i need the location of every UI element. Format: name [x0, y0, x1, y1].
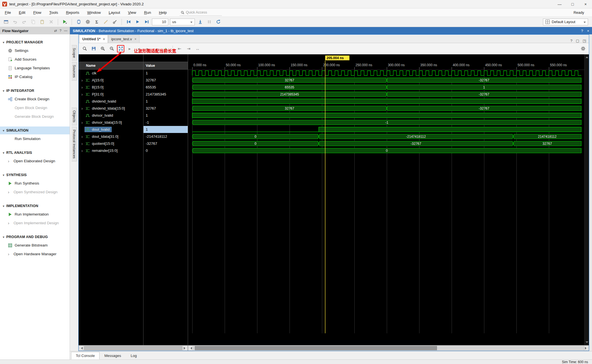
flownav-item-create-block-design[interactable]: Create Block Design [0, 95, 70, 103]
expand-chevron-icon[interactable]: › [80, 85, 84, 89]
flownav-item-language-templates[interactable]: Language Templates [0, 64, 70, 72]
flownav-item-open-implemented-design[interactable]: ›Open Implemented Design [0, 219, 70, 227]
side-tab-scope[interactable]: Scope [72, 45, 77, 61]
flownav-item-run-simulation[interactable]: Run Simulation [0, 134, 70, 143]
flownav-item-open-elaborated-design[interactable]: ›Open Elaborated Design [0, 157, 70, 165]
collapse-caret-icon[interactable]: ▾ [3, 41, 4, 44]
close-icon[interactable]: × [587, 29, 589, 33]
signal-value-dout-tdata-31-0[interactable]: -2147418112 [143, 133, 188, 140]
relaunch-icon[interactable] [215, 18, 222, 26]
close-button[interactable]: × [579, 0, 592, 8]
expand-chevron-icon[interactable]: › [80, 106, 84, 110]
flownav-item-generate-bitstream[interactable]: Generate Bitstream [0, 241, 70, 250]
flownav-item-open-synthesized-design[interactable]: ›Open Synthesized Design [0, 188, 70, 196]
side-tab-sources[interactable]: Sources [72, 62, 77, 81]
signal-row-dividend-tdata-15-0[interactable]: ›dividend_tdata[15:0] [79, 105, 143, 112]
flownav-section-ip-integrator[interactable]: ▾IP INTEGRATOR [0, 87, 70, 95]
scroll-left-icon[interactable] [79, 345, 84, 351]
signal-value-dout-tvalid[interactable]: 1 [143, 126, 188, 133]
flownav-item-run-synthesis[interactable]: Run Synthesis [0, 179, 70, 188]
swap-cursor-icon[interactable]: ▴ [153, 45, 160, 52]
menu-item-edit[interactable]: Edit [16, 9, 28, 16]
float-window-icon[interactable]: ▢ [576, 39, 579, 43]
flownav-item-generate-block-design[interactable]: Generate Block Design [0, 112, 70, 121]
flownav-section-simulation[interactable]: ▾SIMULATION [0, 126, 70, 134]
flownav-section-project-manager[interactable]: ▾PROJECT MANAGER [0, 38, 70, 46]
run-time-input[interactable]: 10 [152, 19, 168, 25]
zoom-to-cursor-icon[interactable]: ▸ [126, 45, 133, 52]
run-for-icon[interactable] [143, 18, 150, 26]
wave-settings-gear-icon[interactable] [579, 45, 587, 52]
name-column-header[interactable]: Name [79, 62, 143, 70]
flownav-item-open-hardware-manager[interactable]: ›Open Hardware Manager [0, 250, 70, 258]
signal-value-clk[interactable]: 1 [143, 70, 188, 77]
signal-value-dividend-tdata-15-0[interactable]: 32767 [143, 105, 188, 112]
step-icon[interactable] [196, 18, 204, 26]
wave-horizontal-scrollbar[interactable] [188, 345, 589, 351]
flownav-section-rtl-analysis[interactable]: ▾RTL ANALYSIS [0, 149, 70, 157]
close-tab-icon[interactable]: × [103, 37, 105, 41]
probe-icon[interactable] [111, 18, 118, 26]
collapse-caret-icon[interactable]: ▾ [3, 236, 4, 239]
menu-item-run[interactable]: Run [141, 9, 154, 16]
signal-row-dividend-tvalid[interactable]: dividend_tvalid [79, 98, 143, 105]
expand-chevron-icon[interactable]: › [80, 142, 84, 146]
menu-item-flow[interactable]: Flow [30, 9, 45, 16]
expand-chevron-icon[interactable]: › [8, 159, 12, 163]
wave-vertical-scrollbar[interactable] [584, 54, 589, 345]
restart-icon[interactable] [125, 18, 132, 26]
time-range-icon[interactable]: ↔ [194, 45, 201, 52]
scroll-down-icon[interactable] [586, 341, 588, 344]
signal-row-p-31-0[interactable]: ›P[31:0] [79, 91, 143, 98]
signal-row-dout-tvalid[interactable]: dout_tvalid [79, 126, 143, 133]
simulation-chip-icon[interactable] [75, 18, 82, 26]
clipboard-icon[interactable] [2, 18, 10, 26]
add-marker-icon[interactable]: + [162, 45, 169, 52]
value-column-header[interactable]: Value [143, 62, 188, 70]
signal-value-divisor-tvalid[interactable]: 1 [143, 112, 188, 119]
zoom-in-icon[interactable] [99, 45, 106, 52]
signal-row-quotient-15-0[interactable]: ›quotient[15:0] [79, 140, 143, 147]
side-tab-protocol-instances[interactable]: Protocol Instances [72, 127, 77, 161]
zoom-fit-icon[interactable] [117, 45, 124, 52]
side-tab-objects[interactable]: Objects [72, 108, 77, 125]
collapse-caret-icon[interactable]: ▾ [3, 129, 4, 132]
help-icon[interactable]: ? [570, 39, 572, 43]
scrollbar-thumb[interactable] [84, 346, 182, 350]
collapse-caret-icon[interactable]: ▾ [3, 89, 4, 92]
signal-value-remainder-15-0[interactable]: 0 [143, 147, 188, 154]
next-transition-icon[interactable]: ▸ [144, 45, 151, 52]
flownav-item-open-block-design[interactable]: Open Block Design [0, 103, 70, 112]
signal-row-divisor-tvalid[interactable]: divisor_tvalid [79, 112, 143, 119]
menu-item-reports[interactable]: Reports [63, 9, 82, 16]
previous-transition-icon[interactable]: ◂ [135, 45, 142, 52]
flownav-section-program-and-debug[interactable]: ▾PROGRAM AND DEBUG [0, 233, 70, 241]
signal-value-p-31-0[interactable]: 2147385345 [143, 91, 188, 98]
signal-value-a-15-0[interactable]: 32767 [143, 77, 188, 84]
menu-item-view[interactable]: View [125, 9, 139, 16]
signal-value-quotient-15-0[interactable]: -32767 [143, 140, 188, 147]
save-wave-config-icon[interactable] [90, 45, 97, 52]
close-tab-icon[interactable]: × [134, 37, 136, 41]
expand-chevron-icon[interactable]: › [80, 135, 84, 139]
collapse-caret-icon[interactable]: ▾ [3, 151, 4, 154]
scroll-left-icon[interactable] [188, 345, 193, 351]
expand-chevron-icon[interactable]: › [80, 78, 84, 82]
settings-gear-icon[interactable] [84, 18, 91, 26]
run-button-icon[interactable] [61, 18, 69, 26]
signal-row-clk[interactable]: clk [79, 70, 143, 77]
minimize-button[interactable]: — [553, 0, 566, 8]
menu-item-window[interactable]: Window [84, 9, 104, 16]
layout-select[interactable]: Default Layout [543, 19, 588, 25]
signal-row-remainder-15-0[interactable]: ›remainder[15:0] [79, 147, 143, 154]
tab-untitled-1[interactable]: Untitled 1*× [79, 35, 108, 43]
signal-value-b-15-0[interactable]: 65535 [143, 84, 188, 91]
signal-row-a-15-0[interactable]: ›A[15:0] [79, 77, 143, 84]
tab-ipcore-test-v[interactable]: ipcore_test.v× [108, 35, 140, 43]
console-tab-log[interactable]: Log [126, 352, 142, 359]
maximize-button[interactable]: □ [566, 0, 579, 8]
waveform-canvas[interactable]: 0.000 ns50.000 ns100.000 ns150.000 ns200… [188, 54, 589, 345]
zoom-out-icon[interactable] [108, 45, 115, 52]
flownav-item-run-implementation[interactable]: Run Implementation [0, 210, 70, 219]
signal-row-divisor-tdata-15-0[interactable]: ›divisor_tdata[15:0] [79, 119, 143, 126]
